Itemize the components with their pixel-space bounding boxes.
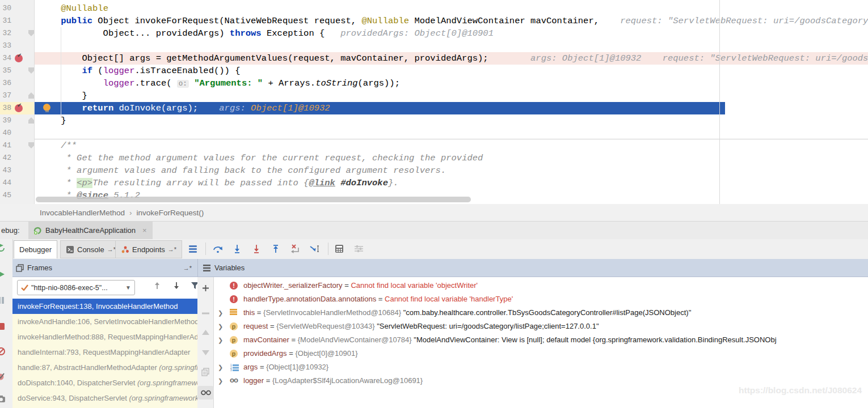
variable-name: mavContainer <box>243 335 289 344</box>
stop-icon[interactable] <box>0 322 6 331</box>
fold-end-marker-icon[interactable] <box>28 117 34 124</box>
frame-up-icon[interactable] <box>153 282 161 291</box>
fold-marker-icon[interactable] <box>28 30 34 36</box>
intention-bulb-icon[interactable] <box>43 104 50 111</box>
muted-check-icon[interactable] <box>0 372 6 381</box>
code-segment <box>189 78 194 88</box>
frame-row[interactable]: handleInternal:793, RequestMappingHandle… <box>12 345 197 360</box>
fold-end-marker-icon[interactable] <box>28 92 34 99</box>
variable-row[interactable]: ❯123args = {Object[1]@10932} <box>214 360 868 374</box>
pause-icon[interactable] <box>0 296 6 305</box>
variable-row[interactable]: !objectWriter._serializerFactory = Canno… <box>214 279 868 292</box>
frame-row[interactable]: invokeAndHandle:106, ServletInvocableHan… <box>12 314 197 329</box>
frame-row[interactable]: doDispatch:1040, DispatcherServlet (org.… <box>12 375 197 390</box>
code-segment: * <box>66 178 77 188</box>
code-segment: ( <box>92 66 103 76</box>
code-segment: o: <box>177 80 189 88</box>
code-segment <box>488 53 530 63</box>
code-editor[interactable]: @Nullable public Object invokeForRequest… <box>0 0 868 204</box>
code-segment: Exception { <box>262 28 325 39</box>
frame-down-icon[interactable] <box>172 282 180 291</box>
line-number: 43 <box>0 164 11 177</box>
tab-console[interactable]: Console →* <box>60 240 121 258</box>
debug-side-strip <box>0 239 13 408</box>
variable-name: this <box>243 308 255 317</box>
variable-row[interactable]: ❯prequest = {ServletWebRequest@10343} "S… <box>214 320 868 333</box>
step-into-icon[interactable] <box>231 243 243 254</box>
add-watch-icon[interactable] <box>197 284 214 294</box>
step-over-icon[interactable] <box>212 243 224 254</box>
watch-field-icon: oo <box>230 376 239 385</box>
line-number: 44 <box>0 177 11 189</box>
expand-chevron-icon[interactable]: ❯ <box>218 360 225 374</box>
run-to-cursor-icon[interactable] <box>309 243 320 254</box>
code-segment: args: Object[1]@10932 <box>530 53 641 63</box>
variable-value: Cannot find local variable 'handlerType' <box>385 295 513 303</box>
force-step-into-icon[interactable] <box>251 243 262 254</box>
expand-chevron-icon[interactable]: ❯ <box>218 333 225 347</box>
remove-watch-icon[interactable] <box>197 307 214 317</box>
thread-dump-icon[interactable] <box>0 394 6 403</box>
variable-value: {ServletWebRequest@10343} <box>276 322 377 330</box>
frame-location: invokeHandlerMethod:888, RequestMappingH… <box>18 333 197 341</box>
run-config-tab[interactable]: BabyHealthCareApplication × <box>28 222 153 239</box>
move-down-icon[interactable] <box>197 347 214 358</box>
jump-to-frame-icon[interactable]: →* <box>183 265 192 271</box>
variable-row[interactable]: pprovidedArgs = {Object[0]@10901} <box>214 347 868 360</box>
code-segment: }. <box>388 178 399 188</box>
breadcrumb-class[interactable]: InvocableHandlerMethod <box>40 209 125 217</box>
rerun-icon[interactable] <box>0 244 6 253</box>
frame-row[interactable]: invokeForRequest:138, InvocableHandlerMe… <box>12 299 197 314</box>
code-segment: Object[1]@10932 <box>251 103 330 113</box>
frame-row[interactable]: handle:87, AbstractHandlerMethodAdapter … <box>12 360 197 375</box>
code-line-36: logger.trace( o: "Arguments: " + Arrays.… <box>34 77 868 90</box>
drop-frame-icon[interactable] <box>289 243 301 254</box>
fold-marker-icon[interactable] <box>28 67 34 74</box>
jump-to-endpoints-icon: →* <box>168 246 176 253</box>
variable-name: objectWriter._serializerFactory <box>243 281 343 290</box>
mute-breakpoints-icon[interactable] <box>0 347 6 356</box>
expand-chevron-icon[interactable]: ❯ <box>218 374 225 388</box>
tab-debugger[interactable]: Debugger <box>14 240 57 258</box>
layout-icon[interactable] <box>187 243 199 254</box>
breakpoint-icon[interactable] <box>15 54 23 62</box>
expand-chevron-icon[interactable]: ❯ <box>218 306 225 320</box>
evaluate-expression-icon[interactable] <box>334 243 345 254</box>
duplicate-icon[interactable] <box>197 368 214 379</box>
expand-chevron-icon[interactable]: ❯ <box>218 320 225 333</box>
move-up-icon[interactable] <box>197 327 214 337</box>
code-segment: if <box>82 66 92 76</box>
frame-row[interactable]: doService:943, DispatcherServlet (org.sp… <box>12 390 197 406</box>
variable-text: args = {Object[1]@10932} <box>243 360 328 374</box>
frame-package: (org.springframework.web.servlet) <box>129 394 197 402</box>
tab-endpoints[interactable]: Endpoints →* <box>115 240 182 258</box>
breadcrumb-method[interactable]: invokeForRequest() <box>137 209 204 217</box>
step-out-icon[interactable] <box>270 243 281 254</box>
code-segment: request: "ServletWebRequest: uri=/goodsC… <box>620 16 868 26</box>
variable-row[interactable]: ❯pmavContainer = {ModelAndViewContainer@… <box>214 333 868 347</box>
frame-row[interactable]: invokeHandlerMethod:888, RequestMappingH… <box>12 329 197 345</box>
code-segment <box>40 78 103 88</box>
filter-icon[interactable] <box>191 282 197 291</box>
code-line-39: } <box>34 114 868 127</box>
breakpoint-icon[interactable] <box>15 104 23 112</box>
close-tab-icon[interactable]: × <box>142 226 147 235</box>
code-segment <box>40 3 61 14</box>
show-watches-icon[interactable] <box>197 386 214 400</box>
frame-location: doDispatch:1040, DispatcherServlet <box>18 379 137 387</box>
frame-row[interactable]: processRequest:1006, FrameworkServlet (o… <box>12 406 197 408</box>
settings-sliders-icon[interactable] <box>353 243 364 254</box>
thread-dropdown[interactable]: "http-nio-8086-exec-5"... ▼ <box>17 280 135 295</box>
code-segment: return <box>82 103 113 113</box>
horizontal-scrollbar[interactable] <box>36 197 471 202</box>
line-number: 33 <box>0 40 11 52</box>
variable-row[interactable]: ❯this = {ServletInvocableHandlerMethod@1… <box>214 306 868 320</box>
variable-row[interactable]: !handlerType.annotationData.annotations … <box>214 292 868 306</box>
console-icon <box>66 245 74 254</box>
thread-running-check-icon <box>21 284 28 291</box>
this-fields-icon <box>230 308 239 317</box>
resume-icon[interactable] <box>0 270 6 279</box>
frames-panel-title: Frames <box>27 264 52 272</box>
frame-location: handleInternal:793, RequestMappingHandle… <box>18 348 190 356</box>
fold-marker-icon[interactable] <box>28 142 34 148</box>
